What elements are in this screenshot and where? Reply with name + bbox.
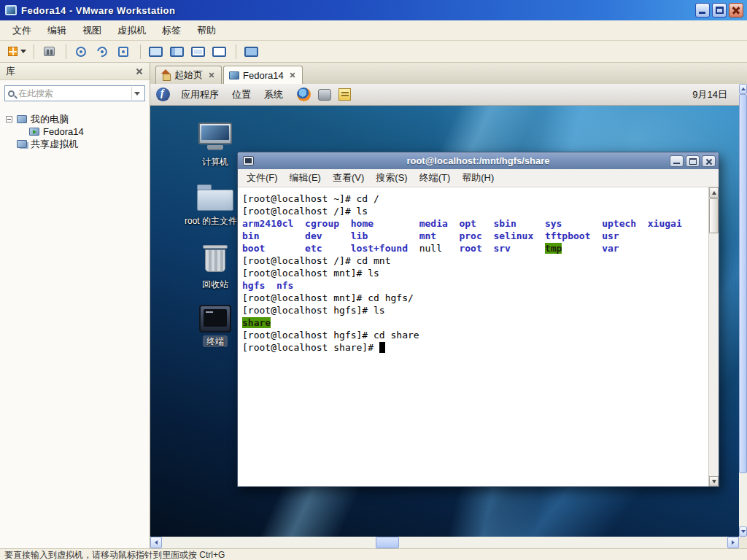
vm-library-tree: 我的电脑 Fedora14 共享虚拟机	[0, 104, 150, 150]
tree-item-label: 共享虚拟机	[31, 138, 78, 151]
menu-help[interactable]: 帮助	[189, 20, 224, 40]
panel-menu-places[interactable]: 位置	[225, 84, 258, 105]
computer-icon	[17, 115, 27, 123]
terminal-menu-edit[interactable]: 编辑(E)	[284, 169, 327, 187]
shared-vms-icon	[17, 140, 27, 148]
power-icon	[8, 47, 18, 56]
vm-tabbar: 起始页 Fedora14	[150, 63, 747, 84]
scrollbar-thumb[interactable]	[376, 537, 399, 548]
vm-vertical-scrollbar[interactable]	[739, 84, 747, 537]
terminal-menu-search[interactable]: 搜索(S)	[370, 169, 413, 187]
terminal-line: share	[242, 316, 708, 329]
window-titlebar: Fedora14 - VMware Workstation	[0, 0, 747, 20]
tree-item-my-computer[interactable]: 我的电脑	[0, 113, 150, 125]
console-view-button[interactable]	[146, 43, 165, 61]
vm-horizontal-scrollbar[interactable]	[150, 537, 739, 548]
terminal-menu-help[interactable]: 帮助(H)	[456, 169, 500, 187]
minimize-icon	[673, 163, 680, 164]
unity-button[interactable]	[209, 43, 228, 61]
chevron-down-icon	[134, 92, 140, 96]
tab-close-button[interactable]	[208, 71, 215, 79]
search-dropdown-button[interactable]	[131, 87, 142, 100]
panel-menu-applications[interactable]: 应用程序	[174, 84, 225, 105]
menu-view[interactable]: 视图	[74, 20, 109, 40]
notes-icon[interactable]	[338, 88, 351, 101]
terminal-menu-view[interactable]: 查看(V)	[327, 169, 370, 187]
terminal-line: boot etc lost+found null root srv tmp va…	[242, 242, 708, 254]
terminal-menu-file[interactable]: 文件(F)	[241, 169, 284, 187]
window-close-button[interactable]	[729, 3, 743, 18]
library-title: 库	[6, 65, 135, 78]
chevron-down-icon	[20, 50, 26, 53]
menu-vm[interactable]: 虚拟机	[109, 20, 154, 40]
main-menubar: 文件 编辑 视图 虚拟机 标签 帮助	[0, 20, 747, 41]
window-title: Fedora14 - VMware Workstation	[21, 5, 693, 16]
maximize-icon	[689, 158, 697, 165]
firefox-icon[interactable]	[297, 88, 311, 101]
menu-edit[interactable]: 编辑	[39, 20, 74, 40]
tab-fedora14[interactable]: Fedora14	[223, 66, 303, 84]
file-manager-icon[interactable]	[318, 89, 331, 101]
terminal-line: [root@localhost hgfs]# ls	[242, 304, 708, 316]
unity-monitor-icon	[212, 47, 226, 57]
terminal-scrollbar[interactable]	[708, 187, 719, 486]
terminal-window: root@localhost:/mnt/hgfs/share 文件(F) 编辑(…	[237, 152, 719, 487]
terminal-line: hgfs nfs	[242, 279, 708, 292]
panel-clock[interactable]: 9月14日	[692, 84, 727, 105]
menu-tabs[interactable]: 标签	[154, 20, 189, 40]
suspend-button[interactable]	[39, 43, 58, 61]
scroll-down-button[interactable]	[709, 476, 719, 486]
search-input[interactable]	[18, 88, 131, 98]
scroll-right-button[interactable]	[727, 537, 739, 548]
collapse-icon[interactable]	[6, 116, 12, 122]
tab-close-button[interactable]	[289, 71, 296, 79]
main-toolbar	[0, 41, 747, 63]
tree-item-fedora14[interactable]: Fedora14	[0, 125, 150, 138]
snapshot-revert-button[interactable]	[93, 43, 112, 61]
terminal-maximize-button[interactable]	[686, 155, 700, 167]
scrollbar-thumb[interactable]	[739, 94, 747, 473]
fullscreen-button[interactable]	[188, 43, 207, 61]
terminal-titlebar[interactable]: root@localhost:/mnt/hgfs/share	[238, 152, 719, 169]
tree-item-shared-vms[interactable]: 共享虚拟机	[0, 138, 150, 150]
terminal-line: [root@localhost ~]# cd /	[242, 192, 708, 205]
arrow-down-icon	[712, 480, 716, 483]
thumbnail-bar-button[interactable]	[167, 43, 186, 61]
snapshot-icon	[76, 47, 86, 57]
trash-icon	[202, 245, 228, 276]
panel-menu-system[interactable]: 系统	[258, 84, 290, 105]
scrollbar-corner	[739, 537, 747, 548]
terminal-close-button[interactable]	[702, 155, 716, 167]
window-minimize-button[interactable]	[695, 3, 710, 18]
snapshot-manager-button[interactable]	[114, 43, 133, 61]
arrow-down-icon	[741, 530, 746, 533]
guest-desktop[interactable]: 应用程序 位置 系统 9月14日 计算机 root 的主文件夹 回收站	[150, 84, 739, 537]
scroll-left-button[interactable]	[150, 537, 162, 548]
terminal-menubar: 文件(F) 编辑(E) 查看(V) 搜索(S) 终端(T) 帮助(H)	[238, 169, 719, 187]
arrow-right-icon	[732, 540, 735, 545]
scroll-up-button[interactable]	[709, 187, 719, 198]
folder-icon	[197, 184, 233, 212]
library-close-button[interactable]	[135, 67, 144, 76]
arrow-up-icon	[741, 88, 746, 90]
scroll-up-button[interactable]	[739, 84, 747, 94]
terminal-menu-terminal[interactable]: 终端(T)	[414, 169, 457, 187]
library-header: 库	[0, 63, 150, 80]
toolbar-separator	[66, 44, 66, 59]
scroll-down-button[interactable]	[739, 526, 747, 537]
vm-screen-icon	[229, 71, 239, 79]
terminal-line: [root@localhost /]# ls	[242, 205, 708, 217]
tab-home[interactable]: 起始页	[155, 66, 222, 84]
scrollbar-thumb[interactable]	[709, 198, 719, 233]
tree-item-label: Fedora14	[43, 126, 84, 137]
show-console-button[interactable]	[241, 43, 260, 61]
fedora-logo-icon[interactable]	[156, 88, 170, 101]
library-panel: 库 我的电脑 Fedora14 共享虚拟机	[0, 63, 150, 548]
window-maximize-button[interactable]	[712, 3, 727, 18]
terminal-minimize-button[interactable]	[670, 155, 684, 167]
tree-item-label: 我的电脑	[31, 113, 69, 126]
power-button[interactable]	[7, 43, 26, 61]
menu-file[interactable]: 文件	[4, 20, 39, 40]
terminal-output[interactable]: [root@localhost ~]# cd /[root@localhost …	[238, 187, 708, 486]
snapshot-take-button[interactable]	[71, 43, 90, 61]
